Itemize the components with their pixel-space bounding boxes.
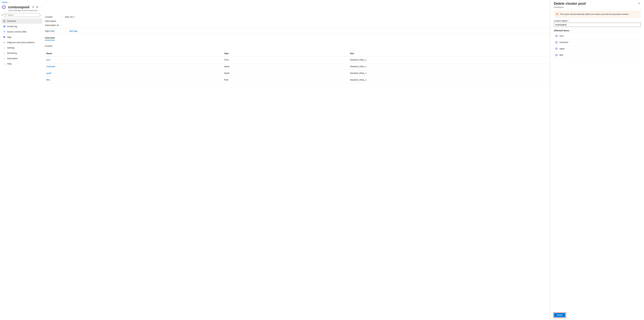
sidebar-item-label: Tags	[7, 36, 12, 38]
location-label: Location	[45, 16, 61, 18]
page-subtitle: Azure HDInsight on AKS cluster pool	[0, 9, 644, 13]
diagnose-icon	[3, 41, 6, 44]
activity-log-icon	[3, 25, 6, 27]
chevron-right-icon: ›	[3, 63, 6, 65]
favorite-icon[interactable]	[36, 6, 38, 8]
sidebar-search[interactable]	[4, 13, 39, 17]
edit-tags-link[interactable]: edit	[50, 30, 54, 32]
cluster-icon	[555, 41, 558, 44]
svg-point-9	[4, 31, 4, 31]
list-item: spark	[554, 45, 641, 52]
list-item: mycluster	[554, 39, 641, 45]
confirm-delete-input[interactable]	[554, 23, 641, 27]
svg-point-10	[4, 31, 5, 31]
add-tags-link[interactable]: Add tags	[69, 30, 78, 32]
list-item: trino	[554, 33, 641, 39]
cluster-pool-icon	[2, 5, 6, 9]
access-control-icon	[3, 30, 6, 33]
expand-collapse-icon[interactable]: ⇅	[2, 14, 3, 16]
affected-items-list: trino mycluster spark flink	[554, 33, 641, 58]
subscription-label: Subscription	[45, 20, 61, 22]
warning-banner: This action will permanently delete the …	[554, 11, 641, 18]
warning-text: This action will permanently delete the …	[560, 13, 629, 15]
cluster-icon	[555, 54, 558, 56]
collapse-sidebar-icon[interactable]: «	[40, 14, 41, 16]
svg-line-4	[6, 15, 6, 15]
delete-panel: Delete cluster pool ✕ contosopool This a…	[550, 0, 644, 320]
cluster-type: Trino	[223, 56, 348, 63]
tags-label: Tags (edit)	[45, 30, 65, 32]
sidebar-item-overview[interactable]: Overview	[2, 18, 42, 24]
sidebar-item-label: Access control (IAM)	[7, 30, 26, 33]
sidebar-item-access-control[interactable]: Access control (IAM)	[2, 29, 42, 34]
affected-item-name: spark	[560, 47, 564, 50]
cluster-icon	[555, 47, 558, 50]
col-name[interactable]: Name	[45, 50, 223, 56]
affected-item-name: flink	[560, 54, 563, 56]
sidebar-item-automation[interactable]: › Automation	[2, 56, 42, 61]
svg-marker-2	[36, 6, 38, 8]
cluster-type: Flink	[223, 76, 348, 83]
panel-title: Delete cluster pool	[554, 1, 586, 6]
svg-rect-6	[4, 26, 5, 26]
sidebar-item-label: Help	[7, 63, 12, 65]
svg-point-3	[5, 14, 6, 15]
subscription-id-label: Subscription ID	[45, 24, 61, 26]
warning-icon	[556, 13, 558, 15]
panel-subtitle: contosopool	[550, 6, 644, 10]
sidebar-item-settings[interactable]: › Settings	[2, 45, 42, 50]
chevron-right-icon: ›	[3, 46, 6, 49]
page-title: contosopool	[8, 5, 30, 9]
tags-icon	[3, 36, 6, 38]
col-type[interactable]: Type	[223, 50, 348, 56]
tab-overview[interactable]: Overview	[45, 36, 55, 40]
cluster-link[interactable]: trino	[46, 59, 50, 61]
delete-button[interactable]: Delete	[554, 313, 565, 317]
chevron-right-icon: ›	[8, 1, 9, 3]
cluster-link[interactable]: flink	[46, 79, 50, 81]
sidebar-item-label: Diagnose and solve problems	[7, 41, 34, 44]
cluster-type: Spark	[223, 70, 348, 76]
breadcrumb: Home ›	[0, 0, 644, 4]
breadcrumb-home-link[interactable]: Home	[2, 1, 8, 3]
svg-point-11	[4, 36, 4, 37]
affected-item-name: mycluster	[560, 41, 568, 43]
confirm-delete-label: Confirm delete *	[554, 20, 641, 22]
location-value: East US 2	[65, 16, 74, 18]
sidebar-item-monitoring[interactable]: › Monitoring	[2, 50, 42, 56]
cluster-link[interactable]: spark	[46, 72, 52, 74]
sidebar-item-tags[interactable]: Tags	[2, 34, 42, 40]
chevron-right-icon: ›	[3, 57, 6, 60]
resource-header: contosopool ···	[0, 4, 644, 9]
sidebar-item-label: Monitoring	[7, 52, 17, 54]
sidebar-item-label: Overview	[7, 20, 16, 22]
affected-item-name: trino	[560, 35, 564, 37]
cluster-type: Spark	[223, 63, 348, 70]
sidebar-item-label: Settings	[7, 46, 15, 49]
overview-icon	[3, 20, 6, 22]
cluster-link[interactable]: mycluster	[46, 65, 55, 68]
delete-button-highlight: Delete	[553, 312, 566, 318]
svg-rect-7	[4, 26, 5, 26]
search-icon	[5, 14, 7, 16]
cluster-icon	[555, 34, 558, 37]
sidebar-item-label: Activity log	[7, 25, 17, 27]
chevron-right-icon: ›	[3, 52, 6, 54]
list-item: flink	[554, 52, 641, 58]
sidebar: ⇅ « Overview Activity log Access c	[0, 13, 42, 320]
more-icon[interactable]: ···	[40, 6, 43, 8]
sidebar-item-activity-log[interactable]: Activity log	[2, 24, 42, 29]
search-input[interactable]	[8, 14, 38, 16]
pin-icon[interactable]	[32, 6, 34, 8]
sidebar-item-label: Automation	[7, 57, 18, 60]
close-icon[interactable]: ✕	[638, 1, 641, 5]
sidebar-item-help[interactable]: › Help	[2, 61, 42, 66]
sidebar-item-diagnose[interactable]: Diagnose and solve problems	[2, 40, 42, 45]
affected-items-heading: Affected items	[554, 29, 641, 32]
